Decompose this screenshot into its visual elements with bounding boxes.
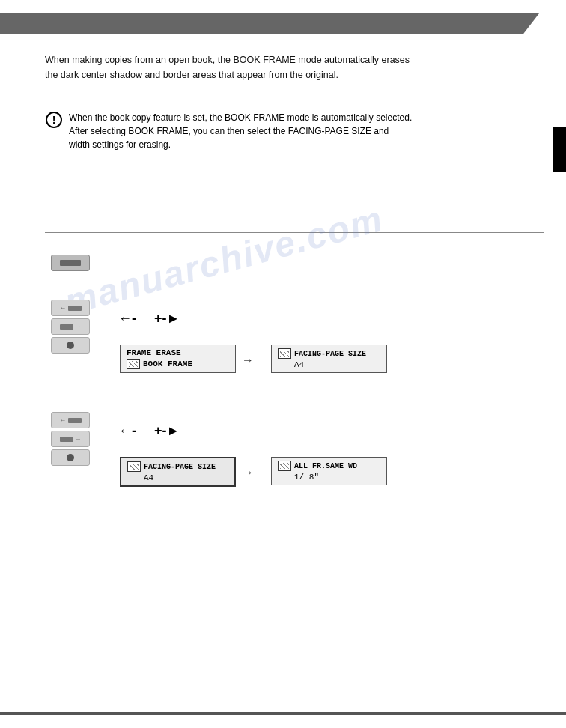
arrow-between-2: →: [242, 466, 254, 479]
right-tab: [553, 127, 566, 172]
facing-page-label-2: FACING-PAGE SIZE: [144, 463, 216, 471]
all-fr-label: ALL FR.SAME WD: [294, 462, 357, 470]
right-arrow-1: +-►: [154, 311, 180, 327]
paragraph-1: When making copies from an open book, th…: [45, 52, 544, 82]
button-group-1: ← →: [51, 300, 90, 356]
header-bar: [0, 13, 539, 34]
step-button-top[interactable]: [51, 255, 90, 273]
plus-arrow-btn-1[interactable]: →: [51, 318, 90, 335]
arrows-row-2: ←- +-►: [118, 423, 180, 439]
arrows-row-1: ←- +-►: [118, 311, 180, 327]
frame-erase-label: FRAME ERASE: [127, 348, 181, 357]
note-icon: !: [45, 111, 63, 129]
arrow-between-1: →: [242, 354, 254, 367]
left-arrow-2: ←-: [118, 423, 136, 439]
minus-arrow-btn-2[interactable]: ←: [51, 412, 90, 428]
note-text: When the book copy feature is set, the B…: [69, 111, 544, 151]
facing-page-size-1: A4: [294, 360, 304, 369]
circle-btn-2[interactable]: [51, 449, 90, 466]
book-frame-label: BOOK FRAME: [143, 360, 192, 368]
facing-page-box-1: FACING-PAGE SIZE A4: [271, 345, 387, 373]
left-arrow-1: ←-: [118, 311, 136, 327]
facing-page-box-2: FACING-PAGE SIZE A4: [120, 457, 236, 487]
facing-page-label-1: FACING-PAGE SIZE: [294, 350, 366, 358]
book-frame-icon: [127, 359, 140, 369]
all-fr-icon: [278, 461, 291, 471]
bottom-bar: [0, 712, 566, 715]
frame-erase-box: FRAME ERASE BOOK FRAME: [120, 345, 236, 373]
circle-btn-1[interactable]: [51, 337, 90, 354]
plus-arrow-btn-2[interactable]: →: [51, 431, 90, 447]
all-fr-size: 1/ 8": [294, 473, 319, 482]
all-fr-box: ALL FR.SAME WD 1/ 8": [271, 457, 387, 485]
right-arrow-2: +-►: [154, 423, 180, 439]
minus-arrow-btn-1[interactable]: ←: [51, 300, 90, 316]
watermark: manuarchive.com: [60, 198, 387, 323]
divider: [45, 232, 544, 233]
facing-page-size-2: A4: [144, 473, 153, 482]
svg-text:!: !: [52, 114, 56, 126]
button-group-2: ← →: [51, 412, 90, 468]
facing-page-icon-1: [278, 348, 291, 359]
facing-page-icon-2: [127, 461, 141, 472]
